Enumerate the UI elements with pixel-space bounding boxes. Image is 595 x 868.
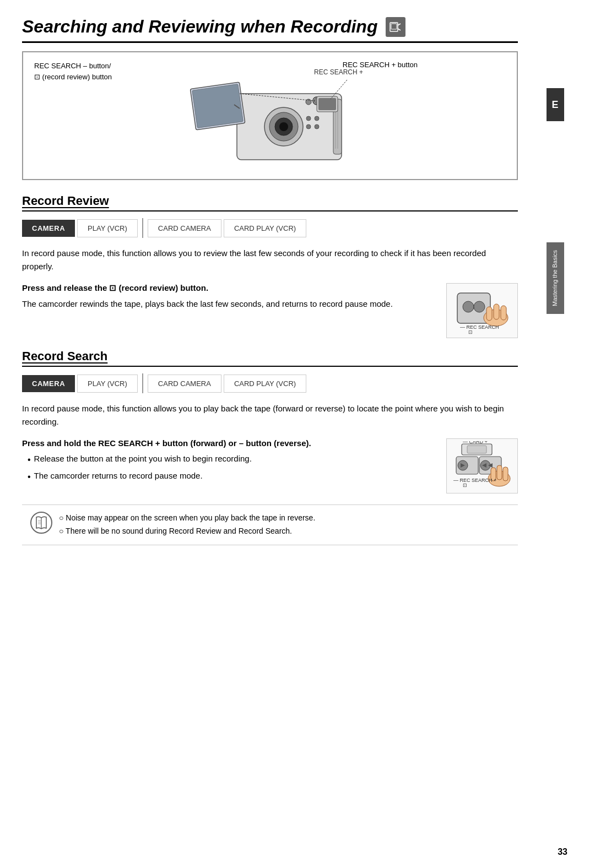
svg-text:⊡: ⊡ [468,329,473,334]
record-review-instruction-text: Press and release the ⊡ (record review) … [22,283,435,321]
notes-box: ○ Noise may appear on the screen when yo… [22,504,518,545]
mode-divider-rs [142,373,143,393]
page-title-text: Searching and Reviewing when Recording [22,17,377,37]
label-record-review: ⊡ (record review) button [34,72,112,83]
svg-point-31 [463,301,474,312]
record-search-body: In record pause mode, this function allo… [22,402,518,428]
record-review-body: In record pause mode, this function allo… [22,247,518,273]
svg-point-32 [474,301,485,312]
title-divider [22,41,518,43]
record-review-instruction-title: Press and release the ⊡ (record review) … [22,283,435,293]
bullet-dot-2: • [28,470,31,484]
bullet-dot-1: • [28,453,31,467]
note-line-2: ○ There will be no sound during Record R… [59,525,315,538]
svg-rect-22 [318,98,336,110]
svg-text:REC SEARCH + button: REC SEARCH + button [314,68,364,76]
diagram-labels-left: REC SEARCH – button/ ⊡ (record review) b… [34,61,112,82]
note-line-1: ○ Noise may appear on the screen when yo… [59,512,315,525]
svg-rect-51 [497,465,502,480]
camera-btn-rr[interactable]: CAMERA [22,220,75,237]
card-camera-btn-rr[interactable]: CARD CAMERA [148,219,221,237]
svg-text:⊡: ⊡ [463,482,467,488]
card-play-vcr-btn-rr[interactable]: CARD PLAY (VCR) [224,219,306,237]
record-search-instruction-text: Press and hold the REC SEARCH + button (… [22,438,435,492]
svg-text:— REC SEARCH +: — REC SEARCH + [453,478,496,483]
tab-e: E [547,88,564,121]
record-review-image: — REC SEARCH ⊡ [446,283,518,338]
bullet-item-1: • Release the button at the point you wi… [28,452,435,467]
label-rec-search-minus: REC SEARCH – button/ [34,61,112,72]
bullet-text-2: The camcorder returns to record pause mo… [34,469,203,484]
camera-btn-rs[interactable]: CAMERA [22,375,75,392]
play-vcr-btn-rs[interactable]: PLAY (VCR) [77,375,138,393]
svg-rect-36 [501,306,506,320]
svg-rect-1 [391,24,397,29]
svg-rect-40 [467,446,486,453]
svg-point-24 [315,116,319,121]
page-title: Searching and Reviewing when Recording [22,17,518,37]
camera-diagram-box: REC SEARCH – button/ ⊡ (record review) b… [22,51,518,180]
play-vcr-btn-rr[interactable]: PLAY (VCR) [77,219,138,237]
record-search-title: Record Search [22,349,518,367]
note-icon [30,512,52,534]
record-search-image: — CARD + — REC SEARCH + ⊡ [446,438,518,493]
title-icon [386,17,405,37]
record-search-instruction-title: Press and hold the REC SEARCH + button (… [22,438,435,448]
svg-point-26 [315,124,319,129]
page-number: 33 [558,847,567,857]
record-search-bullets: • Release the button at the point you wi… [28,452,435,484]
diagram-label-right: REC SEARCH + button [343,61,418,69]
bullet-text-1: Release the button at the point you wish… [34,452,252,467]
right-sidebar: E Mastering the Basics [540,0,570,868]
tab-mastering-basics: Mastering the Basics [547,242,564,314]
mode-divider-rr [142,218,143,238]
svg-point-23 [306,116,311,121]
svg-point-8 [279,122,288,131]
svg-rect-52 [503,467,508,481]
card-camera-btn-rs[interactable]: CARD CAMERA [148,375,221,393]
record-search-instruction-row: Press and hold the REC SEARCH + button (… [22,438,518,493]
svg-point-25 [306,124,311,129]
svg-text:— CARD +: — CARD + [463,441,488,444]
record-search-mode-buttons: CAMERA PLAY (VCR) CARD CAMERA CARD PLAY … [22,373,518,393]
record-review-mode-buttons: CAMERA PLAY (VCR) CARD CAMERA CARD PLAY … [22,218,518,238]
svg-rect-34 [486,307,492,321]
record-review-instruction-body: The camcorder rewinds the tape, plays ba… [22,297,435,311]
notes-text: ○ Noise may appear on the screen when yo… [59,512,315,538]
record-review-instruction-row: Press and release the ⊡ (record review) … [22,283,518,338]
record-review-title: Record Review [22,194,518,211]
bullet-item-2: • The camcorder returns to record pause … [28,469,435,484]
svg-text:— REC SEARCH: — REC SEARCH [460,324,499,330]
card-play-vcr-btn-rs[interactable]: CARD PLAY (VCR) [224,375,306,393]
svg-rect-35 [494,304,499,319]
mastering-label: Mastering the Basics [551,250,559,306]
